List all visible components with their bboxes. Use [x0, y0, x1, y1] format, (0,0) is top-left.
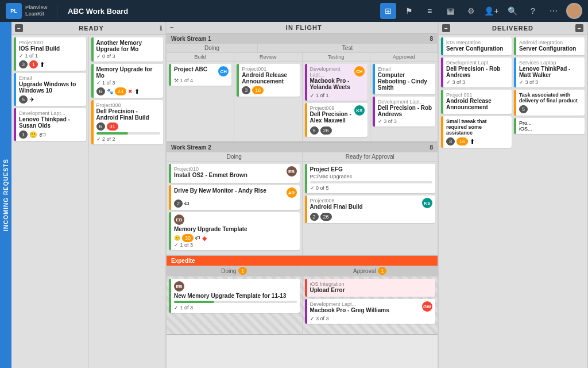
more-icon[interactable]: ⋯	[546, 3, 562, 19]
delivered-collapse-right-button[interactable]: −	[575, 24, 583, 32]
ws1-build-cards: Project ABC CH ⚒ 1 of 4	[167, 62, 234, 141]
nav-icons-group: ⊞ ⚑ ≡ ▦ ⚙ 👤+ 🔍 ? ⋯	[380, 3, 582, 19]
ws2-doing-cards: Project010 Install OS2 - Emmet Brown EB …	[167, 162, 303, 255]
delivered-col1: iOS Integration Server Configuration Dev…	[441, 37, 512, 366]
delivered-lane: − DELIVERED − iOS Integration Server Con…	[439, 22, 588, 368]
ready-col2: Another Memory Upgrade for Mo ✓ 0 of 3 M…	[89, 35, 166, 368]
delivered-collapse-button[interactable]: −	[442, 24, 450, 32]
chart-icon[interactable]: ▦	[442, 3, 458, 19]
ws2-approval-cards: Project EFG PC/Mac Upgrades ✓ 0 of 5	[303, 162, 438, 255]
board-container: − READY ℹ Project007 IOS Final Build ✓ 1…	[11, 22, 588, 368]
settings-icon[interactable]: ⚙	[463, 3, 479, 19]
expedite-approval-label: Approval 1	[303, 266, 438, 276]
ws1-approved-cards: Email Computer Rebooting - Cindy Smith D…	[370, 62, 438, 141]
card-task-delivery[interactable]: Small tweak that required some assistanc…	[441, 116, 512, 148]
card-extra1[interactable]: Pro... iOS...	[514, 118, 585, 134]
card-dev-laptop-weets[interactable]: Development Lapt... Macbook Pro - Yoland…	[305, 64, 368, 101]
card-memory-upgrade-mo2[interactable]: Memory Upgrade for Mo ✓ 1 of 3 6 🐾 23 ✖ …	[91, 64, 164, 98]
user-avatar[interactable]	[566, 3, 582, 19]
filter-icon[interactable]: ⚑	[401, 3, 417, 19]
workstream-2-header: Work Stream 2 8	[167, 143, 438, 152]
card-avatar-brown2: EB	[174, 214, 184, 225]
ws1-testing-cards: Development Lapt... Macbook Pro - Yoland…	[303, 62, 370, 141]
ws2-cards-row: Project010 Install OS2 - Emmet Brown EB …	[167, 162, 438, 255]
expedite-approval-cards: iOS Integration Upload Error Development…	[303, 277, 438, 334]
ws1-cards-row: Project ABC CH ⚒ 1 of 4 Project001 Andro…	[167, 62, 438, 141]
card-avatar-ch2: CH	[354, 66, 365, 76]
board-title: ABC Work Board	[63, 7, 374, 16]
in-flight-header: − IN FLIGHT	[167, 22, 438, 34]
ready-col1: Project007 IOS Final Build ✓ 1 of 1 3 1 …	[11, 35, 89, 368]
incoming-requests-sidebar[interactable]: INCOMING REQUESTS	[0, 22, 11, 368]
group-icon[interactable]: ≡	[421, 3, 438, 19]
card-email-cindy[interactable]: Email Computer Rebooting - Cindy Smith	[373, 64, 435, 94]
card-avatar-gw: GW	[422, 301, 432, 312]
expedite-cards-row: EB New Memory Upgrade Template for 11-13…	[167, 277, 438, 334]
card-project007[interactable]: Project007 IOS Final Build ✓ 1 of 1 3 1 …	[14, 37, 86, 71]
card-dev-laptop-williams[interactable]: Development Lapt... Macbook Pro - Greg W…	[305, 299, 436, 324]
ws1-sublane-headers: Doing Test	[167, 44, 438, 53]
card-project008-ready[interactable]: Project008 Dell Precision - Android Fina…	[91, 100, 164, 144]
card-project010[interactable]: Project010 Install OS2 - Emmet Brown EB	[169, 164, 300, 183]
ws1-inner-headers: Build Review Testing Approved	[167, 53, 438, 62]
ready-lane-header: − READY ℹ	[11, 22, 165, 35]
card-project001-delivered[interactable]: Project 001 Android Release Announcement	[441, 90, 512, 114]
card-avatar-exp: EB	[174, 281, 184, 292]
ws1-approved-label: Approved	[370, 53, 438, 61]
card-drive-by[interactable]: Drive By New Monitor - Andy Rise AR 2 🏷	[169, 185, 300, 210]
card-android-integration[interactable]: Android Integration Server Configuration	[514, 37, 585, 55]
card-dev-laptop-rob[interactable]: Development Lapt... Dell Precision - Rob…	[373, 97, 435, 126]
ready-collapse-button[interactable]: −	[15, 24, 23, 32]
card-project-abc[interactable]: Project ABC CH ⚒ 1 of 4	[169, 64, 231, 86]
ws2-sublane-headers: Doing Ready for Approval	[167, 152, 438, 162]
ready-info-icon[interactable]: ℹ	[160, 25, 162, 32]
card-ios-config[interactable]: iOS Integration Server Configuration	[441, 37, 512, 55]
search-icon[interactable]: 🔍	[504, 3, 520, 19]
card-project-efg[interactable]: Project EFG PC/Mac Upgrades ✓ 0 of 5	[305, 164, 436, 193]
in-flight-title: IN FLIGHT	[173, 24, 434, 31]
expedite-header: Expedite	[167, 256, 438, 266]
ready-lane: − READY ℹ Project007 IOS Final Build ✓ 1…	[11, 22, 167, 368]
delivered-body: iOS Integration Server Configuration Dev…	[439, 35, 587, 368]
main-layout: INCOMING REQUESTS − READY ℹ Project007 I…	[0, 22, 588, 368]
workstream-2: Work Stream 2 8 Doing Ready for Approval	[167, 143, 438, 256]
app-logo: PL	[6, 3, 22, 19]
card-project001[interactable]: Project001 Android Release Announcement …	[237, 64, 299, 97]
card-dev-laptop-olds[interactable]: Development Lapt... Lenovo Thinkpad - Su…	[14, 108, 86, 141]
help-icon[interactable]: ?	[525, 3, 541, 19]
ws1-test-group-label: Test	[258, 44, 438, 52]
card-task-associated[interactable]: Task associated with delivery of final p…	[514, 90, 585, 116]
card-memory-upgrade-mo1[interactable]: Another Memory Upgrade for Mo ✓ 0 of 3	[91, 37, 164, 62]
ws1-doing-label: Doing	[167, 44, 258, 52]
app-name: Planview LeanKit	[25, 5, 48, 17]
card-avatar-ar: AR	[287, 187, 297, 198]
card-memory-upgrade-template[interactable]: EB Memory Upgrade Template 🙂 30 🏷 ◆ ✓ 1 …	[169, 212, 300, 250]
expedite-sublane-headers: Doing 1 Approval 1	[167, 266, 438, 277]
in-flight-lane: − IN FLIGHT Work Stream 1 8 Doing Test	[167, 22, 439, 368]
card-services-laptop[interactable]: Services Laptop Lenovo ThinkPad - Matt W…	[514, 57, 585, 87]
top-navigation: PL Planview LeanKit ABC Work Board ⊞ ⚑ ≡…	[0, 0, 588, 22]
ws1-review-label: Review	[234, 53, 302, 61]
delivered-lane-header: − DELIVERED −	[439, 22, 587, 35]
expedite-doing-cards: EB New Memory Upgrade Template for 11-13…	[167, 277, 303, 334]
add-user-icon[interactable]: 👤+	[483, 3, 500, 19]
card-avatar-ks2: KS	[422, 198, 432, 208]
workstream-container: Work Stream 1 8 Doing Test Build Review …	[167, 34, 438, 368]
card-avatar-ch: CH	[218, 66, 229, 76]
card-email-windows[interactable]: Email Upgrade Windows to Windows 10 5 ✈	[14, 73, 86, 106]
ws1-build-label: Build	[167, 53, 234, 61]
workstream-1-header: Work Stream 1 8	[167, 34, 438, 44]
card-avatar-ks: KS	[354, 105, 365, 116]
card-dev-laptop-rob-delivered[interactable]: Development Lapt... Dell Precision - Rob…	[441, 57, 512, 87]
workstream-expedite: Expedite Doing 1 Approval 1	[167, 256, 438, 335]
ws1-testing-label: Testing	[303, 53, 370, 61]
expedite-doing-label: Doing 1	[167, 266, 303, 276]
card-avatar-brown: EB	[287, 166, 297, 177]
view-toggle-icon[interactable]: ⊞	[380, 3, 396, 19]
card-project009[interactable]: Project009 Dell Precision - Alex Maxwell…	[305, 103, 368, 137]
card-ios-integration-exp[interactable]: iOS Integration Upload Error	[305, 279, 436, 297]
ws1-review-cards: Project001 Android Release Announcement …	[234, 62, 302, 141]
delivered-lane-title: DELIVERED	[452, 25, 573, 32]
card-expedite-memory[interactable]: EB New Memory Upgrade Template for 11-13…	[169, 279, 300, 313]
card-project008-ws2[interactable]: Project008 Android Final Build KS 2 26	[305, 195, 436, 223]
